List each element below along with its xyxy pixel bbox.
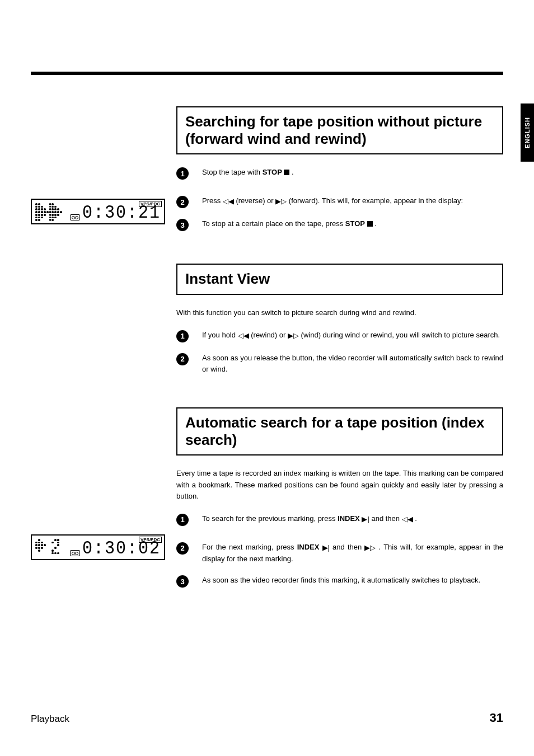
text: (reverse) or — [234, 196, 275, 205]
display-illustration-1: VPS/PDC 0:30:21 — [31, 199, 171, 224]
text: . — [289, 168, 293, 176]
step-number-3: 3 — [176, 575, 189, 588]
index-label: INDEX — [297, 543, 320, 551]
reverse-icon: ◁◀ — [402, 514, 413, 525]
language-tab: ENGLISH — [521, 104, 534, 162]
step-number-1: 1 — [176, 514, 189, 526]
step-row: 1 To search for the previous marking, pr… — [176, 513, 503, 526]
step-text: As soon as you release the button, the v… — [202, 353, 503, 375]
text: For the next marking, press — [202, 543, 297, 551]
dot-matrix-icon — [35, 203, 62, 221]
step-row: 3 To stop at a certain place on the tape… — [176, 218, 503, 231]
footer-section-name: Playback — [31, 713, 69, 725]
text: (forward). This will, for example, appea… — [287, 196, 463, 205]
text: Press — [202, 196, 223, 205]
step-number-2: 2 — [176, 542, 189, 555]
cassette-icon — [70, 214, 80, 220]
step-text: If you hold ◁◀ (rewind) or ▶▷ (wind) dur… — [202, 330, 503, 341]
index-label: INDEX — [338, 514, 360, 523]
section-instant-view: Instant View With this function you can … — [176, 264, 503, 375]
intro-text: With this function you can switch to pic… — [176, 307, 503, 318]
text: If you hold — [202, 331, 238, 339]
text: To stop at a certain place on the tape, … — [202, 219, 345, 228]
section-index-search: Automatic search for a tape position (in… — [176, 407, 503, 588]
section-title: Instant View — [176, 264, 503, 294]
step-row: 1 Stop the tape with STOP . — [176, 167, 503, 180]
step-text: To stop at a certain place on the tape, … — [202, 218, 503, 229]
display-time: 0:30:21 — [82, 204, 161, 222]
step-row: 2 For the next marking, press INDEX ▶| a… — [176, 542, 503, 565]
next-icon: ▶| — [362, 514, 369, 525]
stop-label: STOP — [345, 219, 365, 228]
step-row: 2 As soon as you release the button, the… — [176, 353, 503, 375]
stop-icon — [284, 170, 289, 175]
section-title: Automatic search for a tape position (in… — [176, 407, 503, 456]
text: and then — [369, 514, 402, 523]
section-searching: Searching for tape position without pict… — [176, 106, 503, 231]
forward-icon: ▶▷ — [275, 196, 287, 207]
text: . — [373, 219, 377, 228]
step-text: To search for the previous marking, pres… — [202, 513, 503, 525]
text: (wind) during wind or rewind, you will s… — [299, 331, 500, 339]
page: ENGLISH Searching for tape position with… — [0, 0, 534, 756]
wind-icon: ▶▷ — [288, 330, 299, 341]
forward-icon: ▶▷ — [364, 542, 376, 553]
step-number-1: 1 — [176, 167, 189, 180]
dot-matrix-icon — [35, 539, 62, 557]
step-number-1: 1 — [176, 330, 189, 342]
page-footer: Playback 31 — [31, 711, 503, 725]
text: . — [413, 514, 417, 523]
display-panel: VPS/PDC 0:30:02 — [31, 534, 165, 560]
step-text: For the next marking, press INDEX ▶| and… — [202, 542, 503, 565]
step-row: 1 If you hold ◁◀ (rewind) or ▶▷ (wind) d… — [176, 330, 503, 342]
step-text: As soon as the video recorder finds this… — [202, 575, 503, 586]
top-rule — [31, 72, 503, 75]
text: To search for the previous marking, pres… — [202, 514, 338, 523]
step-number-2: 2 — [176, 353, 189, 365]
step-row: 2 Press ◁◀ (reverse) or ▶▷ (forward). Th… — [176, 195, 503, 208]
display-panel: VPS/PDC 0:30:21 — [31, 199, 165, 224]
step-row: 3 As soon as the video recorder finds th… — [176, 575, 503, 588]
cassette-icon — [70, 550, 80, 556]
display-illustration-2: VPS/PDC 0:30:02 — [31, 534, 171, 560]
step-number-2: 2 — [176, 196, 189, 208]
rewind-icon: ◁◀ — [238, 330, 249, 341]
reverse-icon: ◁◀ — [223, 196, 234, 207]
step-number-3: 3 — [176, 219, 189, 231]
section-title: Searching for tape position without pict… — [176, 106, 503, 154]
text: (rewind) or — [249, 331, 288, 339]
text: and then — [330, 543, 365, 551]
stop-icon — [367, 221, 373, 227]
next-icon: ▶| — [322, 542, 330, 553]
text: Stop the tape with — [202, 168, 263, 176]
step-text: Press ◁◀ (reverse) or ▶▷ (forward). This… — [202, 195, 503, 207]
stop-label: STOP — [263, 168, 282, 176]
display-time: 0:30:02 — [82, 539, 161, 558]
page-number: 31 — [490, 711, 503, 725]
intro-text: Every time a tape is recorded an index m… — [176, 468, 503, 501]
step-text: Stop the tape with STOP . — [202, 167, 503, 178]
